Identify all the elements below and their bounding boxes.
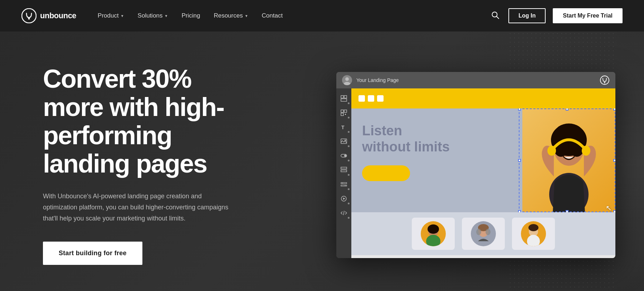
start-building-button[interactable]: Start building for free (43, 242, 142, 265)
toolbar-qr[interactable] (337, 106, 350, 119)
svg-line-28 (343, 211, 344, 215)
toolbar-code[interactable] (337, 207, 350, 219)
nav-pricing[interactable]: Pricing (181, 12, 200, 19)
svg-point-48 (527, 235, 540, 246)
thumbnail-person-1 (421, 221, 446, 246)
hero-title: Convert 30% more with high-performing la… (43, 65, 258, 178)
svg-rect-8 (341, 96, 343, 98)
svg-point-19 (344, 155, 346, 157)
unbounce-logo-icon (21, 8, 36, 23)
editor-body: T (336, 88, 615, 258)
svg-point-0 (22, 9, 36, 23)
canvas-main: Listen without limits (351, 108, 615, 212)
svg-rect-20 (341, 167, 347, 169)
svg-marker-27 (343, 198, 345, 200)
thumbnail-card-2 (462, 218, 505, 250)
svg-line-3 (497, 16, 499, 19)
thumbnail-person-2 (471, 221, 496, 246)
svg-rect-9 (344, 96, 347, 98)
canvas-thumbnails (351, 212, 615, 255)
nav-product[interactable]: Product ▼ (98, 12, 124, 19)
canvas-dot-2 (368, 95, 374, 102)
canvas-dot-3 (377, 95, 384, 102)
svg-point-35 (562, 147, 566, 152)
toolbar-layout[interactable] (337, 92, 350, 105)
toolbar-widget[interactable] (337, 149, 350, 162)
thumbnail-card-3 (512, 218, 555, 250)
svg-rect-11 (341, 110, 343, 112)
svg-point-17 (345, 140, 346, 141)
thumbnail-circle-1 (421, 221, 446, 246)
svg-point-7 (604, 82, 605, 83)
svg-point-38 (582, 146, 590, 156)
thumbnail-circle-3 (521, 221, 546, 246)
svg-rect-25 (345, 185, 346, 186)
nav-links: Product ▼ Solutions ▼ Pricing Resources … (98, 12, 489, 19)
editor-unbounce-icon (600, 75, 610, 85)
canvas-headline: Listen without limits (362, 123, 512, 155)
hero-section: Convert 30% more with high-performing la… (0, 31, 644, 291)
editor-canvas: Listen without limits (351, 88, 615, 258)
svg-rect-24 (342, 182, 343, 184)
hero-right: Your Landing Page (258, 72, 615, 258)
search-icon (491, 11, 499, 19)
toolbar-section[interactable] (337, 164, 350, 176)
svg-rect-21 (341, 170, 347, 172)
editor-window: Your Landing Page (336, 72, 615, 258)
editor-toolbar: T (336, 88, 351, 258)
editor-titlebar: Your Landing Page (336, 72, 615, 88)
chevron-down-icon: ▼ (165, 14, 168, 18)
start-trial-button[interactable]: Start My Free Trial (553, 8, 623, 23)
svg-point-4 (345, 77, 349, 81)
nav-resources[interactable]: Resources ▼ (214, 12, 248, 19)
editor-page-title: Your Landing Page (356, 77, 399, 83)
svg-point-37 (547, 146, 556, 156)
toolbar-video[interactable] (337, 192, 350, 205)
svg-point-36 (572, 147, 576, 152)
canvas-cta-button[interactable] (362, 165, 410, 181)
thumbnail-card-1 (412, 218, 455, 250)
svg-point-5 (344, 82, 350, 85)
svg-point-45 (486, 229, 491, 235)
canvas-text-area: Listen without limits (351, 108, 522, 212)
canvas-header-band (351, 88, 615, 108)
svg-rect-10 (341, 99, 347, 101)
toolbar-text[interactable]: T (337, 121, 350, 134)
svg-point-40 (428, 224, 439, 234)
nav-solutions[interactable]: Solutions ▼ (138, 12, 168, 19)
canvas-image-area (522, 108, 615, 212)
login-button[interactable]: Log In (508, 8, 546, 23)
thumbnail-circle-2 (471, 221, 496, 246)
logo-area[interactable]: unbounce (21, 8, 76, 23)
svg-point-47 (528, 224, 538, 231)
nav-contact[interactable]: Contact (262, 12, 283, 19)
toolbar-slider[interactable] (337, 178, 350, 191)
search-button[interactable] (489, 9, 501, 23)
svg-point-44 (476, 229, 481, 235)
chevron-down-icon: ▼ (245, 14, 248, 18)
toolbar-image[interactable] (337, 135, 350, 148)
canvas-person-image (530, 112, 608, 212)
svg-point-1 (28, 18, 30, 20)
navbar: unbounce Product ▼ Solutions ▼ Pricing R… (0, 0, 644, 31)
nav-right: Log In Start My Free Trial (489, 8, 623, 23)
thumbnail-person-3 (521, 221, 546, 246)
hero-description: With Unbounce's AI-powered landing page … (43, 191, 236, 224)
svg-text:T: T (341, 125, 345, 130)
svg-point-41 (426, 235, 440, 246)
hero-left: Convert 30% more with high-performing la… (43, 65, 258, 265)
chevron-down-icon: ▼ (121, 14, 124, 18)
svg-rect-13 (341, 113, 343, 116)
logo-text: unbounce (40, 11, 76, 20)
svg-rect-12 (344, 110, 347, 112)
editor-avatar (342, 75, 352, 85)
canvas-dot-1 (358, 95, 365, 102)
canvas-cursor: ↖ (606, 204, 612, 212)
svg-rect-14 (345, 114, 346, 115)
